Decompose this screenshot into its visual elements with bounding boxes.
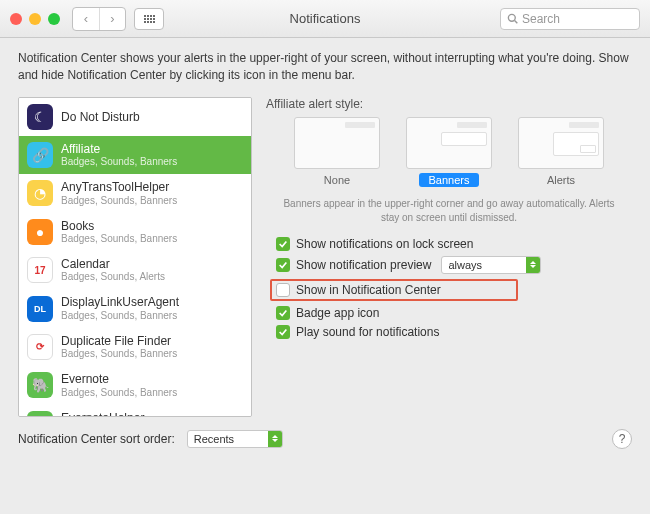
zoom-button[interactable] <box>48 13 60 25</box>
checkbox-icon <box>276 283 290 297</box>
app-name: Books <box>61 219 177 233</box>
alert-style-title: Affiliate alert style: <box>266 97 632 111</box>
app-name: Calendar <box>61 257 165 271</box>
help-button[interactable]: ? <box>612 429 632 449</box>
sidebar-item-affiliate[interactable]: 🔗AffiliateBadges, Sounds, Banners <box>19 136 251 174</box>
app-sub: Badges, Sounds, Banners <box>61 387 177 399</box>
app-icon: ◔ <box>27 180 53 206</box>
chevron-updown-icon <box>268 431 282 447</box>
chevron-updown-icon <box>526 257 540 273</box>
app-icon: 🐘 <box>27 411 53 417</box>
app-icon: ⟳ <box>27 334 53 360</box>
app-name: Evernote <box>61 372 177 386</box>
app-name: EvernoteHelper <box>61 411 165 417</box>
main-content: ☾Do Not Disturb🔗AffiliateBadges, Sounds,… <box>0 97 650 417</box>
dropdown-value: always <box>448 259 482 271</box>
pane-description: Notification Center shows your alerts in… <box>0 38 650 97</box>
opt-label: Badge app icon <box>296 306 379 320</box>
sidebar-item-do-not-disturb[interactable]: ☾Do Not Disturb <box>19 98 251 136</box>
app-icon: DL <box>27 296 53 322</box>
none-preview <box>294 117 380 169</box>
forward-button[interactable]: › <box>99 8 125 30</box>
sidebar-item-displaylinkuseragent[interactable]: DLDisplayLinkUserAgentBadges, Sounds, Ba… <box>19 289 251 327</box>
options-list: Show notifications on lock screen Show n… <box>266 237 632 339</box>
app-icon: 🔗 <box>27 142 53 168</box>
sidebar-item-evernotehelper[interactable]: 🐘EvernoteHelperBadges, Sounds, Alerts <box>19 405 251 417</box>
app-name: Do Not Disturb <box>61 110 140 124</box>
none-label: None <box>314 173 360 187</box>
opt-badge[interactable]: Badge app icon <box>276 306 632 320</box>
alert-style-options: None Banners Alerts <box>266 117 632 187</box>
checkbox-icon <box>276 325 290 339</box>
checkbox-icon <box>276 258 290 272</box>
grid-icon <box>144 15 155 23</box>
opt-preview[interactable]: Show notification preview always <box>276 256 632 274</box>
app-name: Duplicate File Finder <box>61 334 177 348</box>
sort-dropdown[interactable]: Recents <box>187 430 283 448</box>
app-icon: ☾ <box>27 104 53 130</box>
opt-sound[interactable]: Play sound for notifications <box>276 325 632 339</box>
svg-point-0 <box>508 14 515 21</box>
app-sub: Badges, Sounds, Banners <box>61 156 177 168</box>
sort-label: Notification Center sort order: <box>18 432 175 446</box>
app-sub: Badges, Sounds, Banners <box>61 348 177 360</box>
footer: Notification Center sort order: Recents … <box>0 417 650 461</box>
app-sub: Badges, Sounds, Banners <box>61 310 179 322</box>
opt-label: Show notification preview <box>296 258 431 272</box>
app-list[interactable]: ☾Do Not Disturb🔗AffiliateBadges, Sounds,… <box>18 97 252 417</box>
preview-dropdown[interactable]: always <box>441 256 541 274</box>
search-icon <box>507 13 518 24</box>
banners-label: Banners <box>419 173 480 187</box>
window-titlebar: ‹ › Notifications Search <box>0 0 650 38</box>
app-icon: 🐘 <box>27 372 53 398</box>
alert-style-help: Banners appear in the upper-right corner… <box>274 197 624 225</box>
dropdown-value: Recents <box>194 433 234 445</box>
checkbox-icon <box>276 237 290 251</box>
app-name: DisplayLinkUserAgent <box>61 295 179 309</box>
opt-show-nc[interactable]: Show in Notification Center <box>270 279 518 301</box>
back-button[interactable]: ‹ <box>73 8 99 30</box>
alert-style-banners[interactable]: Banners <box>406 117 492 187</box>
settings-panel: Affiliate alert style: None Banners Aler… <box>266 97 632 417</box>
sidebar-item-books[interactable]: ●BooksBadges, Sounds, Banners <box>19 213 251 251</box>
banners-preview <box>406 117 492 169</box>
app-sub: Badges, Sounds, Banners <box>61 195 177 207</box>
app-name: Affiliate <box>61 142 177 156</box>
sidebar-item-calendar[interactable]: 17CalendarBadges, Sounds, Alerts <box>19 251 251 289</box>
nav-buttons: ‹ › <box>72 7 126 31</box>
app-name: AnyTransToolHelper <box>61 180 177 194</box>
opt-label: Show notifications on lock screen <box>296 237 473 251</box>
minimize-button[interactable] <box>29 13 41 25</box>
sidebar-item-evernote[interactable]: 🐘EvernoteBadges, Sounds, Banners <box>19 366 251 404</box>
app-sub: Badges, Sounds, Banners <box>61 233 177 245</box>
alert-style-alerts[interactable]: Alerts <box>518 117 604 187</box>
alert-style-none[interactable]: None <box>294 117 380 187</box>
alerts-preview <box>518 117 604 169</box>
show-all-button[interactable] <box>134 8 164 30</box>
app-icon: ● <box>27 219 53 245</box>
opt-label: Show in Notification Center <box>296 283 441 297</box>
search-placeholder: Search <box>522 12 560 26</box>
sidebar-item-duplicate-file-finder[interactable]: ⟳Duplicate File FinderBadges, Sounds, Ba… <box>19 328 251 366</box>
alerts-label: Alerts <box>537 173 585 187</box>
app-sub: Badges, Sounds, Alerts <box>61 271 165 283</box>
sidebar-item-anytranstoolhelper[interactable]: ◔AnyTransToolHelperBadges, Sounds, Banne… <box>19 174 251 212</box>
opt-lock-screen[interactable]: Show notifications on lock screen <box>276 237 632 251</box>
opt-label: Play sound for notifications <box>296 325 439 339</box>
search-input[interactable]: Search <box>500 8 640 30</box>
close-button[interactable] <box>10 13 22 25</box>
svg-line-1 <box>515 21 518 24</box>
checkbox-icon <box>276 306 290 320</box>
app-icon: 17 <box>27 257 53 283</box>
traffic-lights <box>10 13 60 25</box>
